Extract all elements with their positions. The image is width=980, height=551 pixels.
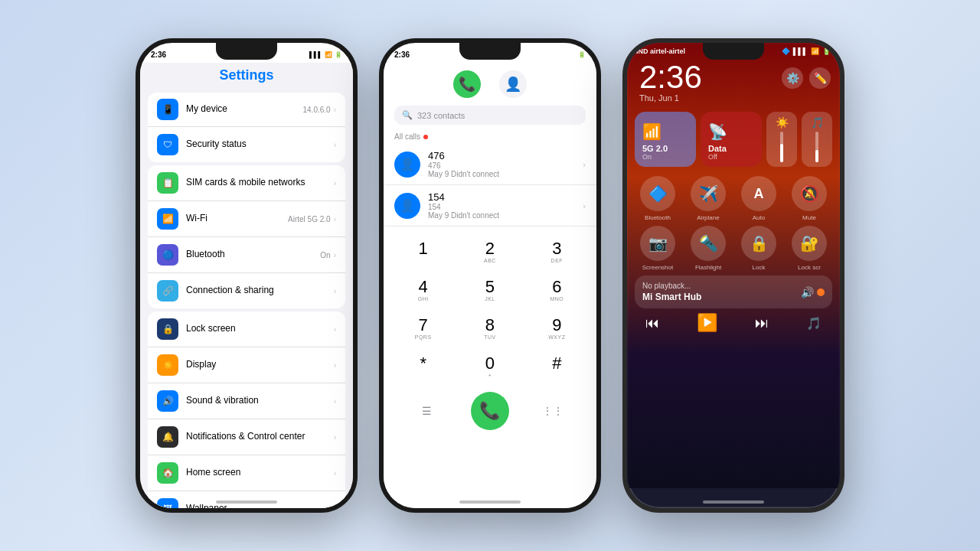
play-pause-btn[interactable]: ▶️ [697,313,717,333]
chevron-icon-wallpaper: › [334,505,336,509]
settings-item-wallpaper[interactable]: 🖼 Wallpaper › [148,491,345,508]
wifi-value: Airtel 5G 2.0 [288,215,331,223]
dial-letters-3: DEF [551,258,564,265]
data-cc-tile[interactable]: 📡 Data Off [701,112,762,167]
auto-cc-ctrl[interactable]: A Auto [736,176,782,221]
settings-item-lockscreen[interactable]: 🔒 Lock screen › [148,311,345,347]
dial-key-5[interactable]: 5JKL [456,271,523,309]
keypad-toggle-btn[interactable]: ☰ [415,399,439,423]
call-name-476: 476 [428,150,583,161]
dial-key-7[interactable]: 7PQRS [390,309,456,347]
call-avatar-154: 👤 [394,193,420,219]
settings-item-security[interactable]: 🛡 Security status › [148,127,345,162]
dial-key-4[interactable]: 4GHI [390,271,456,309]
dial-num-2: 2 [485,240,495,257]
lock-cc-ctrl[interactable]: 🔒 Lock [736,226,782,271]
prev-track-btn[interactable]: ⏮ [645,315,659,331]
wifi-cc-tile[interactable]: 📶 5G 2.0 On [635,112,696,167]
mute-cc-label: Mute [802,214,816,221]
flashlight-cc-label: Flashlight [695,264,721,271]
dial-key-1[interactable]: 1 [390,233,456,271]
dial-key-star[interactable]: * [390,347,456,386]
call-item-476[interactable]: 👤 476 476 May 9 Didn't connect › [384,144,596,185]
display-icon: ☀️ [157,354,178,376]
flashlight-cc-ctrl[interactable]: 🔦 Flashlight [685,226,731,271]
chevron-icon-connection: › [334,287,336,295]
calls-header: All calls [384,129,596,144]
auto-cc-label: Auto [753,214,765,221]
lock-cc-icon: 🔒 [741,226,776,261]
call-info-icon-154[interactable]: › [583,201,586,210]
dial-key-3[interactable]: 3DEF [524,233,590,271]
contacts-tab[interactable]: 👤 [499,70,527,98]
cc-date: Thu, Jun 1 [636,93,705,109]
brightness-cc-tile[interactable]: ☀️ [766,112,797,167]
dial-letters-9: WXYZ [548,334,565,341]
call-item-154[interactable]: 👤 154 154 May 9 Didn't connect › [384,185,596,227]
dialer-screen: 📞 👤 🔍 323 contacts All calls 👤 476 476 M… [384,63,596,508]
cc-carrier: IND airtel-airtel [636,47,685,55]
chevron-icon-home: › [334,469,336,478]
bluetooth-icon: 🔵 [157,244,178,266]
chevron-icon-sim: › [334,179,336,187]
call-info-icon-476[interactable]: › [583,160,586,169]
battery-icon-2: 🔋 [578,51,586,58]
edit-quick-btn[interactable]: ✏️ [809,67,831,89]
wallpaper-icon: 🖼 [157,498,178,508]
settings-quick-btn[interactable]: ⚙️ [782,67,803,89]
call-info-154: 154 154 May 9 Didn't connect [428,191,583,220]
settings-title: Settings [140,63,353,90]
dial-key-hash[interactable]: # [524,347,590,386]
calls-tab[interactable]: 📞 [453,70,481,98]
lockscr-cc-icon: 🔐 [792,226,827,261]
dial-letters-6: MNO [550,296,564,303]
airplane-cc-ctrl[interactable]: ✈️ Airplane [685,176,731,221]
lockscr-cc-ctrl[interactable]: 🔐 Lock scr [786,226,832,271]
wifi-cc-name: 5G 2.0 [642,144,688,153]
sim-label: SIM cards & mobile networks [186,177,334,189]
dial-key-2[interactable]: 2ABC [456,233,523,271]
my-device-version: 14.0.6.0 [303,106,331,114]
lockscr-cc-label: Lock scr [798,264,821,271]
signal-icon-1: ▌▌▌ [309,51,322,58]
settings-item-notifications[interactable]: 🔔 Notifications & Control center › [148,419,345,455]
dialer-search[interactable]: 🔍 323 contacts [394,106,586,125]
screenshot-cc-ctrl[interactable]: 📷 Screenshot [635,226,681,271]
next-track-btn[interactable]: ⏭ [755,315,769,331]
dial-key-9[interactable]: 9WXYZ [524,309,590,347]
settings-item-sound[interactable]: 🔊 Sound & vibration › [148,383,345,419]
wifi-icon: 📶 [157,208,178,230]
data-cc-icon: 📡 [708,122,754,141]
settings-item-homescreen[interactable]: 🏠 Home screen › [148,455,345,491]
dial-num-8: 8 [485,317,495,334]
call-avatar-476: 👤 [394,152,420,178]
settings-item-connection[interactable]: 🔗 Connection & sharing › [148,273,345,308]
chevron-icon-display: › [334,361,336,370]
settings-item-my-device[interactable]: 📱 My device 14.0.6.0 › [148,93,345,127]
status-time-1: 2:36 [151,51,166,59]
settings-item-display[interactable]: ☀️ Display › [148,347,345,383]
settings-item-wifi[interactable]: 📶 Wi-Fi Airtel 5G 2.0 › [148,201,345,237]
call-date-154: May 9 Didn't connect [428,211,583,220]
connection-icon: 🔗 [157,280,178,302]
sim-icon: 📋 [157,172,178,194]
settings-item-bluetooth[interactable]: 🔵 Bluetooth On › [148,237,345,273]
dial-key-6[interactable]: 6MNO [524,271,590,309]
wallpaper-label: Wallpaper [186,503,334,508]
search-placeholder: 323 contacts [417,111,465,120]
dial-key-8[interactable]: 8TUV [456,309,523,347]
dial-key-0[interactable]: 0+ [456,347,523,386]
lock-cc-label: Lock [753,264,766,271]
contacts-grid-btn[interactable]: ⋮⋮ [541,399,565,423]
settings-item-sim[interactable]: 📋 SIM cards & mobile networks › [148,165,345,201]
home-indicator-2 [459,500,521,504]
phone-control-center: IND airtel-airtel 🔷 ▌▌▌ 📶 🔋 2:36 Thu, Ju… [622,38,844,513]
mute-cc-ctrl[interactable]: 🔕 Mute [786,176,832,221]
dial-num-6: 6 [552,279,561,295]
volume-cc-tile[interactable]: 🎵 [802,112,832,167]
call-button[interactable]: 📞 [471,392,509,430]
bluetooth-cc-ctrl[interactable]: 🔷 Bluetooth [635,176,681,221]
mute-cc-icon: 🔕 [792,176,827,211]
settings-section-network: 📋 SIM cards & mobile networks › 📶 Wi-Fi … [148,165,345,308]
airplane-cc-label: Airplane [697,214,719,221]
